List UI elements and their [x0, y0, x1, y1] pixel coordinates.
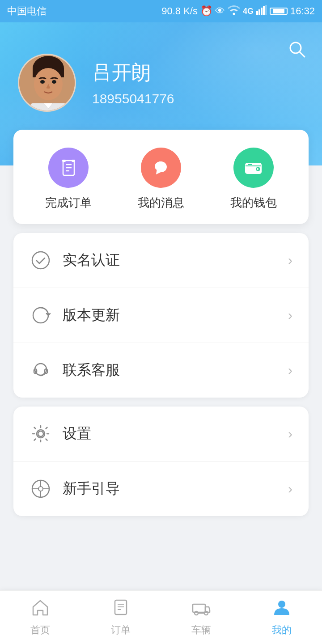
- quick-actions-list: 完成订单 我的消息: [22, 148, 300, 211]
- battery-icon: [270, 8, 288, 15]
- guide-label: 新手引导: [63, 479, 288, 499]
- vehicle-icon: [192, 598, 211, 621]
- service-arrow: ›: [288, 363, 292, 378]
- svg-point-35: [38, 487, 43, 491]
- service-icon: [30, 359, 52, 381]
- menu-item-guide[interactable]: 新手引导 ›: [13, 462, 309, 516]
- real-name-label: 实名认证: [63, 250, 288, 270]
- menu-item-update[interactable]: 版本更新 ›: [13, 288, 309, 343]
- user-name-label: 吕开朗: [92, 59, 174, 86]
- quick-item-messages[interactable]: 我的消息: [138, 148, 184, 211]
- home-icon: [31, 598, 50, 621]
- svg-line-13: [300, 52, 305, 57]
- settings-arrow: ›: [288, 426, 292, 441]
- menu-item-real-name[interactable]: 实名认证 ›: [13, 233, 309, 288]
- settings-icon: [30, 423, 52, 445]
- user-phone-label: 18955041776: [92, 91, 174, 106]
- speed-label: 90.8 K/s: [161, 5, 198, 17]
- nav-orders[interactable]: 订单: [80, 591, 161, 644]
- guide-icon: [30, 478, 52, 500]
- svg-point-48: [278, 601, 285, 608]
- svg-point-24: [257, 168, 258, 170]
- real-name-arrow: ›: [288, 253, 292, 268]
- svg-rect-44: [193, 604, 205, 612]
- menu-item-service[interactable]: 联系客服 ›: [13, 343, 309, 398]
- eye-icon: 👁: [215, 5, 225, 17]
- mine-icon: [272, 598, 291, 621]
- vehicle-nav-label: 车辆: [191, 623, 211, 637]
- wallet-icon: [233, 148, 274, 188]
- wifi-icon: [228, 5, 240, 17]
- svg-rect-19: [72, 160, 75, 162]
- orders-nav-icon: [111, 598, 130, 621]
- service-label: 联系客服: [63, 360, 288, 380]
- mine-nav-label: 我的: [272, 623, 292, 637]
- nav-home[interactable]: 首页: [0, 591, 80, 644]
- menu-group-2: 设置 › 新手引导 ›: [13, 407, 309, 516]
- guide-arrow: ›: [288, 481, 292, 496]
- menu-item-settings[interactable]: 设置 ›: [13, 407, 309, 462]
- svg-rect-3: [263, 6, 265, 15]
- update-arrow: ›: [288, 308, 292, 323]
- quick-item-wallet[interactable]: 我的钱包: [230, 148, 277, 211]
- svg-point-32: [38, 431, 43, 436]
- messages-label: 我的消息: [138, 195, 184, 211]
- svg-point-10: [52, 80, 56, 84]
- messages-icon: [141, 148, 181, 188]
- nav-mine[interactable]: 我的: [242, 591, 322, 644]
- status-bar-right: 90.8 K/s ⏰ 👁 4G 16:32: [161, 5, 315, 17]
- orders-nav-label: 订单: [111, 623, 131, 637]
- settings-label: 设置: [63, 424, 288, 444]
- svg-point-26: [32, 252, 49, 269]
- status-bar: 中国电信 90.8 K/s ⏰ 👁 4G 16:32: [0, 0, 322, 22]
- quick-item-orders[interactable]: 完成订单: [45, 148, 92, 211]
- signal-bar-icon: [256, 5, 267, 17]
- carrier-label: 中国电信: [7, 4, 47, 18]
- bottom-navigation: 首页 订单 车辆: [0, 590, 322, 644]
- update-label: 版本更新: [63, 305, 288, 325]
- svg-point-46: [204, 611, 208, 615]
- svg-rect-2: [261, 8, 263, 15]
- nav-vehicle[interactable]: 车辆: [161, 591, 242, 644]
- home-nav-label: 首页: [30, 623, 50, 637]
- signal-4g-icon: 4G: [243, 7, 254, 16]
- time-label: 16:32: [290, 5, 315, 17]
- quick-actions-card: 完成订单 我的消息: [13, 130, 309, 224]
- orders-icon: [48, 148, 89, 188]
- menu-group-1: 实名认证 › 版本更新 › 联系客服 ›: [13, 233, 309, 398]
- svg-point-9: [40, 80, 45, 84]
- svg-rect-4: [265, 5, 267, 15]
- svg-rect-1: [258, 9, 260, 15]
- wallet-label: 我的钱包: [230, 195, 277, 211]
- update-icon: [30, 304, 52, 326]
- search-button[interactable]: [288, 40, 306, 62]
- alarm-icon: ⏰: [200, 5, 212, 17]
- real-name-icon: [30, 249, 52, 271]
- svg-point-45: [195, 611, 198, 615]
- orders-label: 完成订单: [45, 195, 92, 211]
- svg-point-31: [43, 373, 45, 375]
- user-info: 吕开朗 18955041776: [92, 59, 174, 106]
- svg-rect-18: [62, 160, 66, 162]
- avatar[interactable]: [18, 54, 76, 112]
- svg-rect-0: [256, 11, 258, 15]
